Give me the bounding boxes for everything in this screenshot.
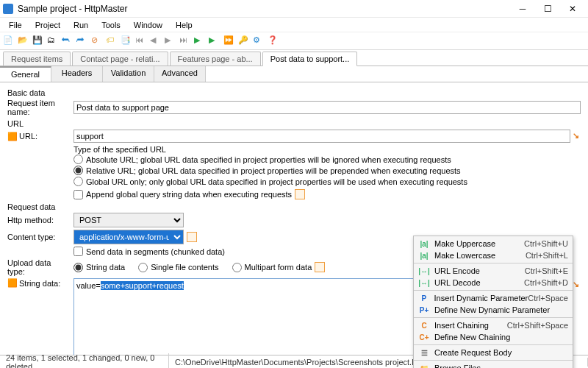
- label-content-type: Content type:: [7, 233, 74, 241]
- menu-tools[interactable]: Tools: [96, 20, 126, 30]
- menu-run[interactable]: Run: [68, 20, 94, 30]
- ctx-label: Insert Chaining: [434, 321, 507, 330]
- tool-new-icon[interactable]: 📄: [3, 35, 15, 47]
- select-http-method[interactable]: POST: [74, 213, 184, 227]
- append-qs-config-icon[interactable]: [295, 189, 305, 199]
- radio-glob-url[interactable]: [74, 177, 83, 186]
- subtab-general[interactable]: General: [0, 66, 51, 82]
- ctx-item[interactable]: PInsert Dynamic ParameterCtrl+Space: [414, 292, 573, 304]
- tool-help-icon[interactable]: ❓: [268, 35, 279, 47]
- ctx-label: Make Lowercase: [434, 251, 526, 260]
- tool-cancel-icon[interactable]: ⊘: [91, 35, 103, 47]
- subtab-headers[interactable]: Headers: [51, 66, 103, 82]
- ctx-label: Make Uppercase: [434, 239, 524, 248]
- close-button[interactable]: ✕: [560, 1, 585, 16]
- ctx-item[interactable]: |a|Make UppercaseCtrl+Shift+U: [414, 238, 573, 250]
- label-single-file: Single file contents: [151, 263, 218, 272]
- tab-features-page[interactable]: Features page - ab...: [170, 52, 261, 66]
- ctx-shortcut: Ctrl+Shift+L: [526, 251, 568, 260]
- ctx-icon: C+: [418, 333, 430, 342]
- menu-project[interactable]: Project: [29, 20, 66, 30]
- multipart-config-icon[interactable]: [315, 262, 325, 272]
- tool-run2-icon[interactable]: ▶: [209, 35, 220, 47]
- ctx-item[interactable]: ☰Create Request Body: [414, 347, 573, 358]
- tool-run1-icon[interactable]: ▶: [194, 35, 206, 47]
- maximize-button[interactable]: ☐: [535, 1, 560, 16]
- ctx-item[interactable]: |a|Make LowercaseCtrl+Shift+L: [414, 250, 573, 261]
- tool-copy-icon[interactable]: 📑: [121, 35, 132, 47]
- tool-redo-icon[interactable]: ⮫: [76, 35, 88, 47]
- subtab-validation[interactable]: Validation: [103, 66, 154, 82]
- url-builder-icon[interactable]: ↘: [570, 131, 581, 141]
- radio-string-data[interactable]: [74, 263, 83, 272]
- group-basic: Basic data: [7, 88, 581, 97]
- radio-rel-url[interactable]: [74, 166, 83, 175]
- file-tabs: Request items Contact page - relati... F…: [0, 50, 588, 66]
- label-append-qs: Append global query string data when exe…: [86, 190, 292, 199]
- label-http-method: Http method:: [7, 216, 74, 224]
- tool-saveall-icon[interactable]: 🗂: [47, 35, 59, 47]
- ctx-label: Define New Dynamic Parameter: [434, 305, 568, 314]
- tool-settings-icon[interactable]: ⚙: [253, 35, 265, 47]
- ctx-icon: |a|: [418, 240, 430, 248]
- input-request-name[interactable]: [74, 101, 581, 114]
- ctx-item[interactable]: |↔|URL EncodeCtrl+Shift+E: [414, 265, 573, 277]
- subtab-advanced[interactable]: Advanced: [154, 66, 206, 82]
- ctx-label: URL Decode: [434, 278, 524, 287]
- content-type-config-icon[interactable]: [187, 232, 197, 242]
- tool-save-icon[interactable]: 💾: [32, 35, 44, 47]
- ctx-item[interactable]: 📁Browse Files: [414, 362, 573, 368]
- tool-undo-icon[interactable]: ⮪: [62, 35, 74, 47]
- ctx-label: URL Encode: [434, 266, 525, 275]
- tab-post-data[interactable]: Post data to support...: [262, 52, 358, 66]
- tool-open-icon[interactable]: 📂: [18, 35, 29, 47]
- ctx-shortcut: Ctrl+Shift+U: [524, 239, 568, 248]
- tab-contact-page[interactable]: Contact page - relati...: [72, 52, 168, 66]
- menu-file[interactable]: File: [3, 20, 28, 30]
- toolbar: 📄 📂 💾 🗂 ⮪ ⮫ ⊘ 🏷 📑 ⏮ ◀ ▶ ⏭ ▶ ▶ ⏩ 🔑 ⚙ ❓: [0, 32, 588, 50]
- label-upload-type: Upload data type:: [7, 258, 74, 276]
- ctx-item[interactable]: CInsert ChainingCtrl+Shift+Space: [414, 319, 573, 331]
- label-request-name: Request item name:: [7, 99, 74, 116]
- window-title: Sample project - HttpMaster: [18, 4, 510, 14]
- radio-single-file[interactable]: [138, 263, 148, 272]
- context-menu: |a|Make UppercaseCtrl+Shift+U|a|Make Low…: [413, 236, 573, 368]
- tool-key-icon[interactable]: 🔑: [238, 35, 250, 47]
- ctx-shortcut: Ctrl+Space: [528, 294, 568, 302]
- ctx-icon: |a|: [418, 252, 430, 260]
- label-string-data: String data:: [19, 279, 60, 288]
- tool-next-icon[interactable]: ▶: [165, 35, 176, 47]
- window-buttons: ─ ☐ ✕: [510, 1, 585, 16]
- menu-help[interactable]: Help: [170, 20, 198, 30]
- chk-append-qs[interactable]: [74, 190, 83, 199]
- tool-prev-icon[interactable]: ◀: [150, 35, 162, 47]
- label-multipart: Multipart form data: [245, 263, 312, 272]
- tool-first-icon[interactable]: ⏮: [135, 35, 147, 47]
- minimize-button[interactable]: ─: [510, 1, 535, 16]
- app-icon: [3, 4, 13, 14]
- tool-tag-icon[interactable]: 🏷: [106, 35, 118, 47]
- chk-chunked[interactable]: [74, 247, 83, 256]
- ctx-item[interactable]: |↔|URL DecodeCtrl+Shift+D: [414, 277, 573, 289]
- radio-multipart[interactable]: [232, 263, 242, 272]
- ctx-label: Create Request Body: [434, 348, 568, 357]
- label-chunked: Send data in segments (chunked data): [86, 247, 225, 256]
- ctx-shortcut: Ctrl+Shift+D: [524, 278, 568, 287]
- input-url[interactable]: [74, 130, 570, 143]
- tab-request-items[interactable]: Request items: [3, 52, 71, 66]
- radio-abs-url[interactable]: [74, 155, 83, 164]
- tool-runall-icon[interactable]: ⏩: [223, 35, 235, 47]
- menu-window[interactable]: Window: [128, 20, 168, 30]
- ctx-item[interactable]: C+Define New Chaining: [414, 331, 573, 343]
- ctx-icon: ☰: [418, 349, 430, 357]
- ctx-icon: |↔|: [418, 279, 430, 287]
- url-indicator-icon: 🟧: [7, 132, 18, 141]
- ctx-item[interactable]: P+Define New Dynamic Parameter: [414, 304, 573, 316]
- titlebar: Sample project - HttpMaster ─ ☐ ✕: [0, 0, 588, 18]
- ctx-shortcut: Ctrl+Shift+Space: [507, 321, 568, 330]
- string-data-indicator-icon: 🟧: [7, 278, 18, 288]
- ctx-label: Define New Chaining: [434, 333, 568, 342]
- select-content-type[interactable]: application/x-www-form-urlencoded: [74, 230, 184, 244]
- tool-last-icon[interactable]: ⏭: [179, 35, 191, 47]
- label-glob-url: Global URL only; only global URL data sp…: [86, 177, 467, 186]
